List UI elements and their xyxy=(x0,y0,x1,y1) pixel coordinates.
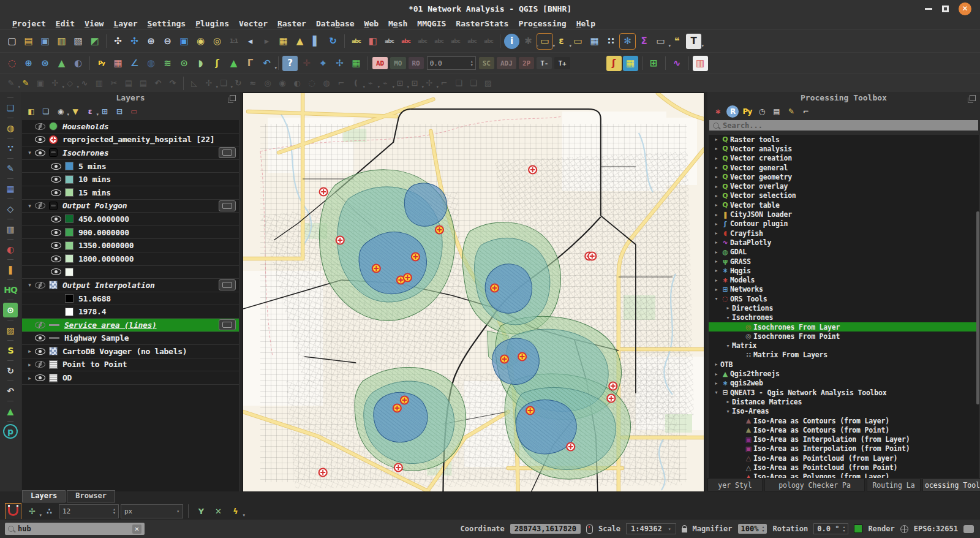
expander-icon[interactable]: ▸ xyxy=(712,362,720,367)
metasearch-add-icon[interactable]: ⊕ xyxy=(21,56,36,71)
self-snapping-icon[interactable]: ∴ xyxy=(42,504,56,518)
algorithm-item[interactable]: ▸∿DataPlotly xyxy=(709,238,979,247)
menu-mmqgis[interactable]: MMQGIS xyxy=(412,19,451,28)
simplify-feature-icon[interactable]: ≈ xyxy=(246,77,260,90)
results-viewer-icon[interactable]: ▤ xyxy=(771,105,783,118)
wfs-globe-icon[interactable]: ◍ xyxy=(3,121,18,135)
dataplotly-toolbar-icon[interactable]: ∿ xyxy=(669,56,685,71)
quill-plugin-icon[interactable]: ✎ xyxy=(3,161,18,176)
expander-icon[interactable]: ▾ xyxy=(26,150,34,156)
zoom-native-icon[interactable]: 1:1 xyxy=(226,34,241,49)
algorithm-item[interactable]: ▸QVector selection xyxy=(709,191,979,200)
split-features-icon[interactable]: ⌁▾ xyxy=(364,77,377,90)
expander-icon[interactable]: ▸ xyxy=(26,348,34,354)
algorithm-item[interactable]: ▸❚CityJSON Loader xyxy=(709,210,979,219)
copy-features-icon[interactable]: ▤ xyxy=(122,77,135,90)
vertex-editor-icon[interactable]: ✢ xyxy=(332,56,347,71)
visibility-eye-icon[interactable] xyxy=(35,136,45,143)
legend-widget-button[interactable] xyxy=(219,147,236,158)
algorithm-item[interactable]: ▸◍GDAL xyxy=(709,248,979,257)
expander-icon[interactable]: ▸ xyxy=(712,259,720,264)
2p-button[interactable]: 2P xyxy=(519,57,534,69)
pan-map-icon[interactable]: ✣ xyxy=(110,34,126,49)
tab-browser[interactable]: Browser xyxy=(67,490,115,502)
lock-scale-icon[interactable] xyxy=(682,528,687,532)
add-layer-panel-icon[interactable]: ❏ xyxy=(3,100,18,115)
append-table-icon[interactable]: ⊞ xyxy=(646,56,662,71)
expander-icon[interactable]: ▸ xyxy=(712,193,720,199)
layer-item[interactable]: Households xyxy=(22,120,239,134)
crosshair-icon[interactable]: ✛ xyxy=(299,56,314,71)
mouse-position-icon[interactable] xyxy=(586,525,593,534)
menu-raster[interactable]: Raster xyxy=(273,19,311,28)
layer-item[interactable]: 1978.4 xyxy=(22,305,239,319)
rotate-label-icon[interactable]: abc xyxy=(448,34,463,49)
contour-tool-icon[interactable]: ʃ xyxy=(209,56,225,71)
new-project-icon[interactable]: ▢ xyxy=(4,34,20,49)
digitize-shape-icon[interactable]: ◇▾ xyxy=(63,77,77,90)
locator-search-input[interactable]: hub ✕ xyxy=(5,523,145,535)
spatial-bookmarks-icon[interactable]: ▌ xyxy=(309,34,324,49)
visibility-eye-icon[interactable] xyxy=(35,322,45,328)
r-scripts-icon[interactable]: R xyxy=(726,105,739,118)
algorithm-item[interactable]: ▸QVector general xyxy=(709,163,979,172)
layer-item[interactable]: ▸Point to Point xyxy=(22,358,239,372)
snapping-mode-icon[interactable]: ✢▾ xyxy=(25,504,39,518)
algorithm-item[interactable]: ▸◖Crayfish xyxy=(709,229,979,238)
zoom-to-selection-icon[interactable]: ◉ xyxy=(193,34,208,49)
processing-toolbox-icon[interactable]: ✻ xyxy=(620,34,635,49)
python-scripts-icon[interactable]: Py xyxy=(741,105,753,118)
delete-ring-icon[interactable]: ◌ xyxy=(305,77,318,90)
layer-item[interactable]: 450.0000000 xyxy=(22,213,239,226)
ph-geoportal-icon[interactable]: ◐ xyxy=(3,242,18,257)
stream-digitize-icon[interactable]: ∿ xyxy=(78,77,91,90)
expander-icon[interactable]: ▸ xyxy=(712,249,720,255)
rollback-icon[interactable]: ↶ xyxy=(3,384,18,398)
layer-item[interactable]: ▾Isochrones xyxy=(22,146,239,160)
visibility-eye-icon[interactable] xyxy=(35,361,45,368)
menu-mesh[interactable]: Mesh xyxy=(383,19,412,28)
coordinate-value[interactable]: 288743,1617820 xyxy=(510,524,581,534)
filter-legend-icon[interactable]: ▼ xyxy=(69,105,81,118)
algorithm-item[interactable]: ▸QVector table xyxy=(709,200,979,210)
minimize-button[interactable] xyxy=(925,8,932,10)
layout-manager-icon[interactable]: ▧ xyxy=(70,34,86,49)
layer-item[interactable]: ▾Output Interpolation xyxy=(22,279,239,292)
algorithm-item[interactable]: ▣Iso-Area as Interpolation (from Point) xyxy=(709,444,979,453)
offset-point-symbols-icon[interactable]: ❏ xyxy=(467,77,480,90)
layer-swirl-icon[interactable]: ≋ xyxy=(160,56,175,71)
pan-to-selection-icon[interactable]: ✣ xyxy=(127,34,142,49)
current-edits-icon[interactable]: ✎▾ xyxy=(4,77,18,90)
save-edits-icon[interactable]: ▣ xyxy=(34,77,47,90)
contour-plugin-icon[interactable]: ʃ xyxy=(606,56,622,71)
chip-plugin-icon[interactable]: ▦ xyxy=(3,181,18,196)
visibility-eye-icon[interactable] xyxy=(35,202,45,209)
expander-icon[interactable]: ▸ xyxy=(724,399,732,404)
snapping-intersection-icon[interactable]: ✕ xyxy=(211,504,225,518)
statistical-summary-icon[interactable]: Σ xyxy=(636,34,652,49)
layer-item[interactable]: 1350.0000000 xyxy=(22,239,239,252)
algorithm-item[interactable]: ◎Isochrones From Layer xyxy=(709,322,979,332)
legend-widget-button[interactable] xyxy=(219,279,236,290)
algorithm-item[interactable]: ▾Isochrones xyxy=(709,313,979,322)
select-by-expression-icon[interactable]: ε▾ xyxy=(554,34,569,49)
highlight-pinned-labels-icon[interactable]: abc xyxy=(398,34,413,49)
menu-database[interactable]: Database xyxy=(311,19,360,28)
expander-icon[interactable]: ▾ xyxy=(712,296,720,301)
measure-icon[interactable]: ▭▾ xyxy=(653,34,668,49)
polygon-plugin-icon[interactable]: ◇ xyxy=(3,202,18,216)
expander-icon[interactable]: ▸ xyxy=(712,371,720,377)
expander-icon[interactable]: ▾ xyxy=(26,203,34,209)
filter-expression-icon[interactable]: ε▾ xyxy=(84,105,96,118)
chart-plugin-icon[interactable]: ❚ xyxy=(3,262,18,277)
options-icon[interactable]: ⌐ xyxy=(800,105,812,118)
resize-label-icon[interactable]: abc xyxy=(464,34,480,49)
expander-icon[interactable]: ▾ xyxy=(724,315,732,320)
tab-layers[interactable]: Layers xyxy=(22,490,66,502)
reload-table-icon[interactable]: ▦ xyxy=(349,56,364,71)
close-button[interactable]: ✕ xyxy=(959,2,971,15)
delete-selected-icon[interactable]: ▥ xyxy=(92,77,106,90)
menu-layer[interactable]: Layer xyxy=(108,19,142,28)
layer-item[interactable]: reprojected_amenity_hospital [22] xyxy=(22,134,239,147)
layer-item[interactable]: Service area (lines) xyxy=(22,319,239,332)
